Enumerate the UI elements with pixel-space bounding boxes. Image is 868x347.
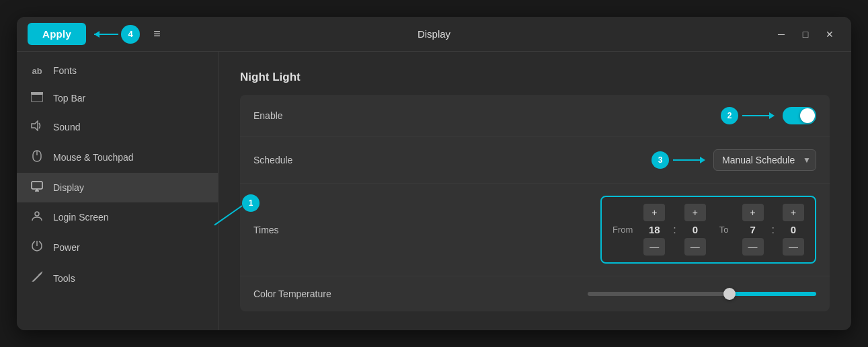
from-min-value: 0 <box>687 224 703 235</box>
svg-rect-5 <box>32 182 42 189</box>
from-label: From <box>613 225 633 235</box>
color-temp-row: Color Temperature <box>240 276 830 311</box>
maximize-button[interactable]: □ <box>795 24 816 45</box>
schedule-row: Schedule 3 Manual Schedule <box>240 137 830 184</box>
sidebar-label-fonts: Fonts <box>53 65 77 76</box>
svg-rect-1 <box>31 92 43 95</box>
from-min-spinner: + 0 — <box>684 204 706 256</box>
annotation-3-wrapper: 3 <box>652 151 705 169</box>
enable-label: Enable <box>253 110 721 121</box>
schedule-dropdown-wrapper: Manual Schedule Sunset to Sunrise ▼ <box>713 149 816 171</box>
from-min-minus-button[interactable]: — <box>684 238 706 256</box>
apply-annotation: 4 <box>94 25 140 44</box>
to-min-value: 0 <box>785 224 801 235</box>
from-hour-plus-button[interactable]: + <box>643 204 665 221</box>
svg-point-8 <box>35 212 39 216</box>
fonts-icon: ab <box>30 66 44 76</box>
to-min-minus-button[interactable]: — <box>783 238 804 256</box>
sidebar-label-mouse: Mouse & Touchpad <box>53 152 134 163</box>
to-hour-minus-button[interactable]: — <box>742 238 764 256</box>
times-label: Times <box>253 225 600 235</box>
hamburger-button[interactable]: ≡ <box>148 24 166 44</box>
enable-row: Enable 2 <box>240 95 830 137</box>
main-content: Night Light Enable 2 <box>219 52 851 330</box>
sidebar: ab Fonts Top Bar Sound <box>17 52 219 330</box>
color-temp-slider[interactable] <box>588 292 816 296</box>
mouse-icon <box>30 150 44 165</box>
slider-thumb <box>723 288 736 300</box>
from-hour-value: 18 <box>646 224 662 235</box>
enable-toggle[interactable] <box>783 107 816 124</box>
arrow-head-3 <box>700 157 705 163</box>
settings-card: Enable 2 <box>240 95 830 311</box>
to-min-spinner: + 0 — <box>783 204 804 256</box>
sidebar-item-power[interactable]: Power <box>17 232 218 263</box>
annotation-badge-3: 3 <box>652 151 669 169</box>
arrow-head-2 <box>769 112 775 119</box>
apply-button[interactable]: Apply <box>28 23 86 45</box>
to-label: To <box>719 225 729 235</box>
power-icon <box>30 240 44 255</box>
sidebar-item-tools[interactable]: Tools <box>17 263 218 293</box>
svg-marker-2 <box>32 121 38 130</box>
section-title: Night Light <box>240 71 830 84</box>
toggle-thumb <box>800 108 815 123</box>
arrow-line <box>94 34 118 35</box>
sidebar-item-sound[interactable]: Sound <box>17 112 218 142</box>
sidebar-label-display: Display <box>53 182 84 193</box>
times-control: From + 18 — : + 0 <box>600 196 816 264</box>
annotation-badge-1: 1 <box>242 194 260 212</box>
sidebar-item-topbar[interactable]: Top Bar <box>17 84 218 112</box>
sidebar-label-sound: Sound <box>53 122 80 132</box>
schedule-control: 3 Manual Schedule Sunset to Sunrise <box>652 149 816 171</box>
sidebar-label-topbar: Top Bar <box>53 93 85 104</box>
titlebar-left: Apply 4 ≡ <box>28 23 216 45</box>
topbar-icon <box>30 92 44 104</box>
minimize-button[interactable]: ─ <box>771 24 792 45</box>
toggle-track <box>783 107 816 124</box>
window-title: Display <box>418 28 450 40</box>
display-icon <box>30 181 44 194</box>
annotation-badge-4: 4 <box>121 25 140 44</box>
from-min-plus-button[interactable]: + <box>684 204 706 221</box>
sidebar-item-fonts[interactable]: ab Fonts <box>17 57 218 84</box>
sidebar-item-display[interactable]: Display 1 <box>17 173 218 202</box>
times-box: From + 18 — : + 0 <box>600 196 816 264</box>
from-hour-spinner: + 18 — <box>643 204 665 256</box>
annotation-badge-2: 2 <box>721 107 738 124</box>
annotation-2-arrow <box>742 112 775 119</box>
slider-track <box>588 292 816 296</box>
to-min-plus-button[interactable]: + <box>783 204 804 221</box>
content-area: ab Fonts Top Bar Sound <box>17 52 851 330</box>
times-row: Times From + 18 — : <box>240 184 830 276</box>
tools-icon <box>30 271 44 285</box>
titlebar: Apply 4 ≡ Display ─ □ ✕ <box>17 17 851 52</box>
to-hour-spinner: + 7 — <box>742 204 764 256</box>
annotation-3-arrow <box>673 157 705 163</box>
sound-icon <box>30 120 44 134</box>
schedule-select[interactable]: Manual Schedule Sunset to Sunrise <box>713 149 816 171</box>
sidebar-item-login[interactable]: Login Screen <box>17 202 218 232</box>
window-controls: ─ □ ✕ <box>771 24 840 45</box>
arrow-line-2 <box>742 115 769 116</box>
sidebar-label-power: Power <box>53 242 80 253</box>
close-button[interactable]: ✕ <box>819 24 840 45</box>
sidebar-label-tools: Tools <box>53 273 75 284</box>
color-temp-label: Color Temperature <box>253 288 588 299</box>
annotation-2-wrapper: 2 <box>721 107 775 124</box>
to-colon: : <box>772 224 775 236</box>
from-hour-minus-button[interactable]: — <box>643 238 665 256</box>
enable-control: 2 <box>721 107 816 124</box>
to-hour-plus-button[interactable]: + <box>742 204 764 221</box>
color-temp-control <box>588 292 816 296</box>
schedule-label: Schedule <box>253 155 652 165</box>
to-hour-value: 7 <box>745 224 761 235</box>
main-window: Apply 4 ≡ Display ─ □ ✕ ab Fonts <box>17 17 851 330</box>
login-icon <box>30 210 44 224</box>
from-colon: : <box>673 224 676 236</box>
sidebar-item-mouse[interactable]: Mouse & Touchpad <box>17 142 218 173</box>
arrow-line-3 <box>673 159 700 161</box>
sidebar-label-login: Login Screen <box>53 212 109 223</box>
